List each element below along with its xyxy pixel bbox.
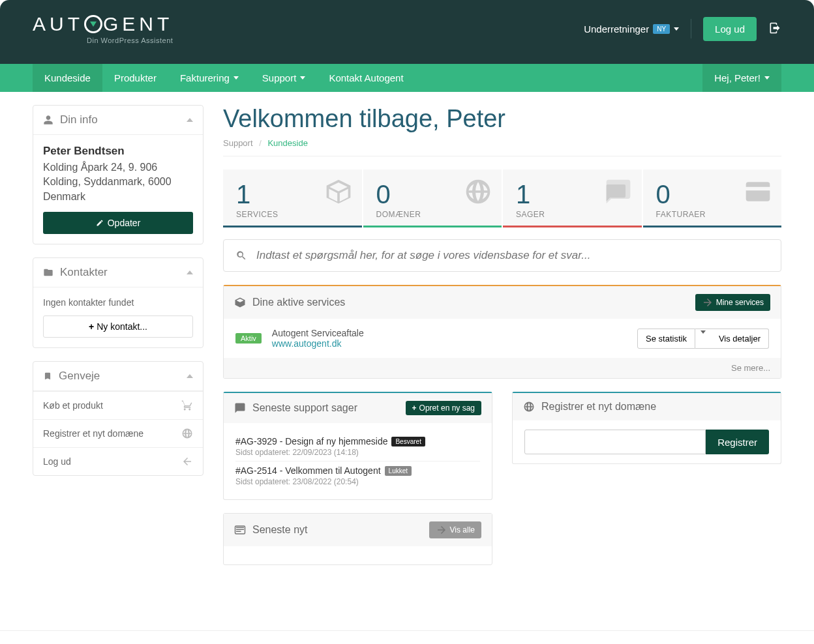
chevron-down-icon xyxy=(234,76,239,80)
chevron-up-icon xyxy=(187,271,193,274)
shortcut-buy-product[interactable]: Køb et produkt xyxy=(33,391,203,419)
chevron-down-icon xyxy=(764,76,770,80)
notifications-dropdown[interactable]: Underretninger NY xyxy=(584,23,679,35)
chat-icon xyxy=(604,177,633,208)
services-more-link[interactable]: Se mere... xyxy=(224,358,781,378)
user-name: Peter Bendtsen xyxy=(43,145,193,158)
chevron-up-icon xyxy=(187,118,193,122)
nav-kundeside[interactable]: Kundeside xyxy=(33,64,102,92)
logo-subtitle: Din WordPress Assistent xyxy=(33,37,173,44)
panel-header-info[interactable]: Din info xyxy=(33,106,203,135)
panel-header-shortcuts[interactable]: Genveje xyxy=(33,362,203,391)
globe-icon xyxy=(181,428,193,439)
top-header: AUTGENT Din WordPress Assistent Underret… xyxy=(0,0,814,64)
card-icon xyxy=(744,177,772,208)
main-nav: Kundeside Produkter Fakturering Support … xyxy=(0,64,814,92)
folder-icon xyxy=(43,267,53,278)
arrow-right-icon xyxy=(702,297,714,308)
bookmark-icon xyxy=(43,371,52,381)
news-icon xyxy=(234,524,246,536)
divider xyxy=(691,19,691,38)
stats-dropdown-button[interactable] xyxy=(695,329,712,349)
card-services: Dine aktive services Mine services Aktiv… xyxy=(223,285,781,379)
arrow-right-icon xyxy=(436,524,447,536)
page-title: Velkommen tilbage, Peter xyxy=(223,105,781,133)
kb-search[interactable] xyxy=(223,239,781,272)
ticket-updated: Sidst opdateret: 23/08/2022 (20:54) xyxy=(235,477,480,486)
logo-mark-icon xyxy=(84,15,102,33)
plus-icon: + xyxy=(89,321,94,332)
card-title: Seneste support sager xyxy=(252,402,357,414)
nav-produkter[interactable]: Produkter xyxy=(102,64,168,92)
view-stats-button[interactable]: Se statistik xyxy=(637,329,695,349)
breadcrumb-root[interactable]: Support xyxy=(223,138,253,148)
nav-user-greeting[interactable]: Hej, Peter! xyxy=(702,64,781,92)
search-icon xyxy=(235,250,247,261)
logo[interactable]: AUTGENT Din WordPress Assistent xyxy=(33,13,173,44)
nav-fakturering[interactable]: Fakturering xyxy=(168,64,250,92)
shortcut-register-domain[interactable]: Registrer et nyt domæne xyxy=(33,419,203,447)
stat-tickets[interactable]: 1 SAGER xyxy=(503,169,642,227)
card-title: Seneste nyt xyxy=(252,524,308,536)
cube-icon xyxy=(324,177,353,208)
status-badge: Aktiv xyxy=(235,333,262,344)
pencil-icon xyxy=(96,219,104,227)
update-button[interactable]: Opdater xyxy=(43,212,193,234)
nav-kontakt[interactable]: Kontakt Autogent xyxy=(317,64,415,92)
nav-support[interactable]: Support xyxy=(250,64,318,92)
chevron-down-icon xyxy=(701,330,706,344)
ticket-item[interactable]: #AG-3929 - Design af ny hjemmeside Besva… xyxy=(235,432,480,461)
globe-icon xyxy=(523,401,535,413)
card-title: Dine aktive services xyxy=(252,297,345,308)
breadcrumb: Support / Kundeside xyxy=(223,138,781,156)
plus-icon: + xyxy=(412,403,417,413)
cart-icon xyxy=(181,400,193,411)
panel-title: Din info xyxy=(60,113,98,126)
chevron-down-icon xyxy=(674,27,679,31)
chat-icon xyxy=(234,402,246,414)
panel-user-info: Din info Peter Bendtsen Kolding Åpark 24… xyxy=(33,105,204,244)
chevron-up-icon xyxy=(187,374,193,378)
new-contact-button[interactable]: + Ny kontakt... xyxy=(43,315,193,338)
card-tickets: Seneste support sager + Opret en ny sag … xyxy=(223,392,492,500)
panel-shortcuts: Genveje Køb et produkt Registrer et nyt … xyxy=(33,361,204,476)
logout-icon[interactable] xyxy=(768,22,781,37)
no-contacts-text: Ingen kontakter fundet xyxy=(43,297,193,315)
register-domain-button[interactable]: Registrer xyxy=(706,430,769,454)
panel-title: Genveje xyxy=(59,370,100,383)
card-register-domain: Registrer et nyt domæne Registrer xyxy=(512,392,781,464)
card-news: Seneste nyt Vis alle xyxy=(223,513,492,565)
chevron-down-icon xyxy=(300,76,305,80)
card-title: Registrer et nyt domæne xyxy=(541,401,656,413)
kb-search-input[interactable] xyxy=(256,249,769,262)
stat-invoices[interactable]: 0 FAKTURAER xyxy=(643,169,782,227)
panel-header-contacts[interactable]: Kontakter xyxy=(33,258,203,287)
user-icon xyxy=(43,115,53,125)
new-ticket-button[interactable]: + Opret en ny sag xyxy=(406,401,481,415)
arrow-left-icon xyxy=(181,456,193,467)
ticket-status-badge: Besvaret xyxy=(391,437,425,446)
service-row: Aktiv Autogent Serviceaftale www.autogen… xyxy=(235,328,769,349)
ticket-item[interactable]: #AG-2514 - Velkommen til Autogent Lukket… xyxy=(235,461,480,490)
service-name: Autogent Serviceaftale xyxy=(272,328,364,338)
footer: Copyright © 2024 Autogent. Alle rettighe… xyxy=(0,630,814,644)
stat-services[interactable]: 1 SERVICES xyxy=(223,169,362,227)
shortcut-logout[interactable]: Log ud xyxy=(33,447,203,475)
my-services-button[interactable]: Mine services xyxy=(695,294,770,311)
domain-input[interactable] xyxy=(524,430,706,454)
view-details-button[interactable]: Vis detaljer xyxy=(711,329,769,349)
breadcrumb-current: Kundeside xyxy=(267,138,307,148)
user-address: Kolding Åpark 24, 9. 906 Kolding, Syddan… xyxy=(43,160,193,204)
stat-domains[interactable]: 0 DOMÆNER xyxy=(363,169,502,227)
globe-icon xyxy=(464,177,492,208)
ticket-updated: Sidst opdateret: 22/09/2023 (14:18) xyxy=(235,448,480,457)
notifications-badge: NY xyxy=(653,24,670,34)
panel-contacts: Kontakter Ingen kontakter fundet + Ny ko… xyxy=(33,257,204,348)
panel-title: Kontakter xyxy=(60,266,108,279)
view-all-news-button[interactable]: Vis alle xyxy=(429,521,481,538)
service-domain[interactable]: www.autogent.dk xyxy=(272,338,342,349)
cube-icon xyxy=(234,297,246,308)
logout-button[interactable]: Log ud xyxy=(703,17,757,41)
notifications-label: Underretninger xyxy=(584,23,649,35)
ticket-status-badge: Lukket xyxy=(385,466,412,476)
